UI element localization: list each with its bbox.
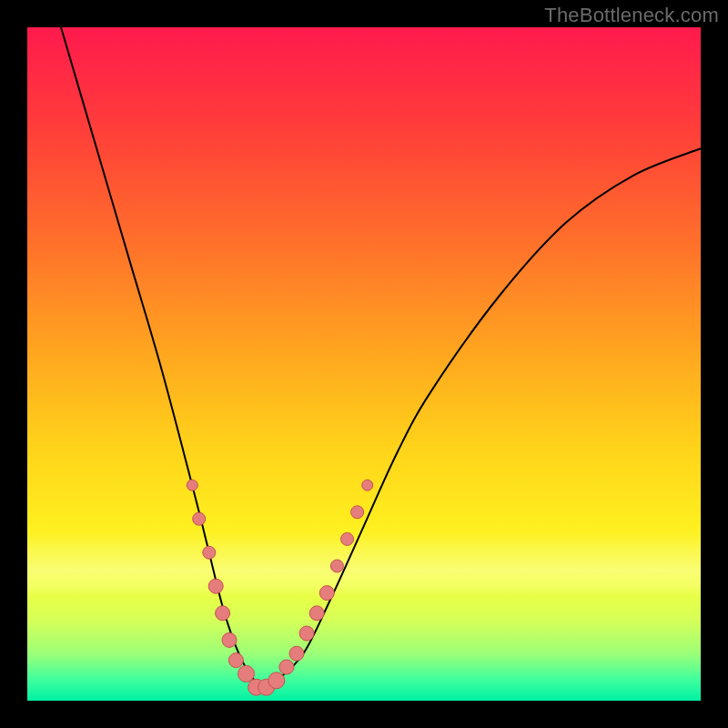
curve-marker xyxy=(299,626,314,641)
curve-marker xyxy=(222,632,237,647)
highlight-band xyxy=(27,532,701,596)
curve-marker xyxy=(330,560,343,572)
curve-marker xyxy=(289,646,304,661)
curve-marker xyxy=(238,665,255,682)
curve-marker xyxy=(208,579,223,593)
curve-marker xyxy=(309,606,324,621)
curve-marker xyxy=(203,546,216,559)
curve-marker xyxy=(351,506,364,519)
curve-marker xyxy=(341,532,354,545)
curve-marker xyxy=(228,653,243,668)
curve-marker xyxy=(279,660,294,674)
curve-marker xyxy=(362,480,373,490)
bottleneck-curve xyxy=(61,27,701,687)
curve-marker xyxy=(216,606,230,621)
curve-marker xyxy=(187,480,197,490)
curve-svg xyxy=(27,27,701,701)
watermark-text: TheBottleneck.com xyxy=(544,4,719,27)
curve-marker xyxy=(248,679,265,695)
chart-frame: TheBottleneck.com xyxy=(0,0,728,728)
curve-marker xyxy=(268,672,285,689)
curve-markers xyxy=(187,480,372,695)
curve-marker xyxy=(258,679,275,695)
curve-marker xyxy=(193,512,206,525)
curve-marker xyxy=(319,586,334,601)
plot-area xyxy=(27,27,701,701)
